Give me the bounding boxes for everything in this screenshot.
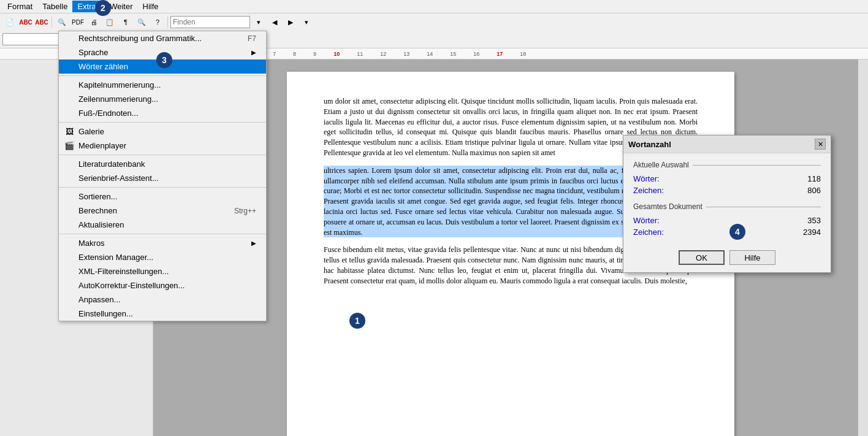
menu-hilfe[interactable]: Hilfe — [138, 1, 164, 12]
scrollbar-right[interactable] — [858, 59, 868, 436]
chars-current-row: Zeichen: 806 — [633, 185, 821, 196]
chars-total-label: Zeichen: — [633, 228, 664, 237]
dialog-title-bar: Wortanzahl ✕ — [623, 136, 831, 153]
menu-item-berechnen[interactable]: Berechnen Strg++ — [59, 204, 266, 218]
words-current-row: Wörter: 118 — [633, 173, 821, 185]
dialog-close-btn[interactable]: ✕ — [815, 139, 826, 150]
chars-total-value: 2394 — [803, 228, 821, 237]
sep-d — [59, 187, 266, 188]
sep-e — [59, 234, 266, 234]
menu-item-xml[interactable]: XML-Filtereinstellungen... — [59, 264, 266, 278]
words-total-row: Wörter: 353 — [633, 215, 821, 226]
find-more[interactable]: ▾ — [299, 15, 314, 29]
menu-format[interactable]: Format — [2, 1, 37, 12]
dialog-ok-btn[interactable]: OK — [679, 250, 725, 265]
spell2-btn[interactable]: ABC — [34, 15, 49, 29]
chars-current-label: Zeichen: — [633, 186, 664, 195]
menu-item-einstellungen[interactable]: Einstellungen... — [59, 307, 266, 321]
sep-b — [59, 122, 266, 123]
words-total-value: 353 — [807, 216, 821, 225]
menu-item-fuss[interactable]: Fuß-/Endnoten... — [59, 106, 266, 120]
nonprint-btn[interactable]: ¶ — [118, 15, 133, 29]
words-current-label: Wörter: — [633, 174, 660, 183]
new-btn[interactable]: 📄 — [2, 15, 17, 29]
chars-current-value: 806 — [807, 186, 821, 195]
font-name-input[interactable]: New Roman — [2, 33, 61, 45]
dialog-title: Wortanzahl — [628, 140, 671, 149]
menu-item-sortieren[interactable]: Sortieren... — [59, 189, 266, 204]
find-prev[interactable]: ◀ — [267, 15, 282, 29]
step-badge-4: 4 — [729, 224, 745, 240]
medien-icon: 🎬 — [64, 140, 75, 151]
sep1 — [51, 17, 52, 28]
help-btn[interactable]: ? — [150, 15, 165, 29]
menu-item-extension[interactable]: Extension Manager... — [59, 250, 266, 264]
extras-dropdown-menu: Rechtschreibung und Grammatik... F7 Spra… — [58, 31, 267, 321]
menu-item-kapitel[interactable]: Kapitelnummerierung... — [59, 78, 266, 92]
pdf-btn[interactable]: PDF — [70, 15, 85, 29]
galerie-icon: 🖼 — [64, 126, 75, 137]
menu-item-autokorrektur[interactable]: AutoKorrektur-Einstellungen... — [59, 278, 266, 293]
step-badge-3: 3 — [156, 52, 172, 68]
menu-item-anpassen[interactable]: Anpassen... — [59, 293, 266, 307]
step-badge-1: 1 — [349, 313, 365, 329]
dialog-footer: OK Hilfe — [623, 245, 831, 272]
dialog-hilfe-btn[interactable]: Hilfe — [729, 250, 775, 265]
sep-c — [59, 155, 266, 155]
chars-total-row: Zeichen: 2394 — [633, 226, 821, 238]
menu-item-rechtschreibung[interactable]: Rechtschreibung und Grammatik... F7 — [59, 31, 266, 45]
words-current-value: 118 — [807, 174, 821, 183]
menu-item-literatur[interactable]: Literaturdatenbank — [59, 157, 266, 171]
dialog-body: Aktuelle Auswahl Wörter: 118 Zeichen: 80… — [623, 153, 831, 245]
print-btn[interactable]: 🖨 — [86, 15, 101, 29]
menu-item-zeilen[interactable]: Zeilennummerierung... — [59, 92, 266, 106]
page-preview-btn[interactable]: 📋 — [102, 15, 117, 29]
sep-a — [59, 75, 266, 76]
section-total-label: Gesamtes Dokument — [633, 202, 821, 211]
toolbar-row-1: 📄 ABC ABC 🔍 PDF 🖨 📋 ¶ 🔍 ? ▾ ◀ ▶ ▾ — [0, 13, 868, 31]
menu-tabelle[interactable]: Tabelle — [37, 1, 72, 12]
section-current-label: Aktuelle Auswahl — [633, 161, 821, 169]
search-people-btn[interactable]: 🔍 — [55, 15, 69, 29]
menu-item-medienplayer[interactable]: 🎬 Medienplayer — [59, 139, 266, 153]
find-next[interactable]: ▶ — [283, 15, 298, 29]
menu-item-makros[interactable]: Makros ▶ — [59, 236, 266, 250]
words-total-label: Wörter: — [633, 216, 660, 225]
zoom-btn[interactable]: 🔍 — [134, 15, 149, 29]
sep2 — [167, 17, 168, 28]
find-dropdown[interactable]: ▾ — [251, 15, 266, 29]
menu-item-serienbrief[interactable]: Serienbrief-Assistent... — [59, 171, 266, 185]
menubar: Format Tabelle Extras Weiter Hilfe — [0, 0, 868, 13]
step-badge-2: 2 — [95, 0, 111, 16]
find-input[interactable] — [170, 16, 250, 28]
menu-item-aktualisieren[interactable]: Aktualisieren — [59, 218, 266, 232]
menu-item-galerie[interactable]: 🖼 Galerie — [59, 124, 266, 139]
spell-btn[interactable]: ABC — [18, 15, 33, 29]
wortanzahl-dialog: Wortanzahl ✕ Aktuelle Auswahl Wörter: 11… — [623, 135, 831, 273]
